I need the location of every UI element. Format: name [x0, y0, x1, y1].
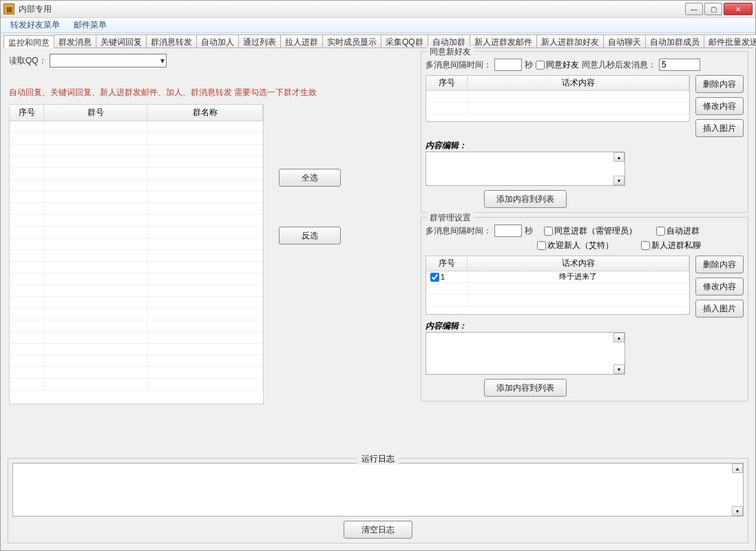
minimize-button[interactable]: —: [685, 3, 703, 15]
col-group-name: 群名称: [147, 105, 263, 121]
friend-modify-button[interactable]: 修改内容: [695, 97, 744, 115]
row-checkbox[interactable]: [430, 273, 439, 282]
log-area: 运行日志 ▴▾ 清空日志: [3, 457, 753, 548]
group-script-grid[interactable]: 序号 话术内容 1 终于进来了: [426, 256, 690, 315]
tab-auto-add[interactable]: 自动加人: [196, 34, 239, 48]
app-icon: ▦: [3, 3, 14, 14]
friend-edit-textarea-wrap: ▴▾: [426, 152, 625, 186]
tab-body: 读取QQ： ▾ 自动回复、关键词回复、新人进群发邮件、加人、群消息转发 需要勾选…: [3, 48, 753, 457]
log-textarea[interactable]: [13, 464, 732, 516]
friend-interval-row: 多消息间隔时间： 秒 同意好友 同意几秒后发消息：: [426, 59, 744, 71]
tab-mail-batch[interactable]: 邮件批量发送: [704, 34, 756, 48]
group-interval-input[interactable]: [494, 225, 522, 237]
right-pane: 同意新好友 多消息间隔时间： 秒 同意好友 同意几秒后发消息： 序号: [417, 48, 753, 457]
col-index: 序号: [10, 105, 44, 121]
friend-add-button[interactable]: 添加内容到列表: [484, 190, 567, 208]
col-group-id: 群号: [44, 105, 147, 121]
group-side-buttons: 删除内容 修改内容 插入图片: [695, 256, 744, 318]
tab-group-forward[interactable]: 群消息转发: [146, 34, 197, 48]
group-options-row: 多消息间隔时间： 秒 同意进群（需管理员） 自动进群: [426, 225, 744, 237]
row-index: 1: [441, 273, 445, 281]
friend-script-grid[interactable]: 序号 话术内容: [426, 75, 690, 122]
friend-grid-body[interactable]: [426, 91, 689, 121]
friend-side-buttons: 删除内容 修改内容 插入图片: [695, 75, 744, 137]
friend-edit-textarea[interactable]: [426, 152, 613, 185]
tab-keyword-reply[interactable]: 关键词回复: [96, 34, 147, 48]
group-grid-header: 序号 群号 群名称: [10, 105, 263, 121]
read-qq-input[interactable]: [50, 56, 159, 65]
menubar: 转发好友菜单 邮件菜单: [1, 18, 755, 33]
select-all-button[interactable]: 全选: [279, 169, 341, 187]
group-modify-button[interactable]: 修改内容: [695, 278, 744, 295]
tab-pass-list[interactable]: 通过列表: [238, 34, 281, 48]
group-delete-button[interactable]: 删除内容: [695, 256, 744, 273]
delay-send-input[interactable]: [659, 59, 700, 71]
group-col-content: 话术内容: [468, 256, 689, 271]
tab-auto-chat[interactable]: 自动聊天: [603, 34, 646, 48]
table-row[interactable]: 1 终于进来了: [426, 271, 689, 283]
tab-pull-group[interactable]: 拉人进群: [280, 34, 323, 48]
friend-col-index: 序号: [426, 76, 468, 90]
log-legend: 运行日志: [357, 453, 399, 465]
friend-col-content: 话术内容: [468, 76, 689, 90]
friend-interval-label: 多消息间隔时间：: [426, 59, 492, 71]
maximize-button[interactable]: ▢: [704, 3, 722, 15]
scrollbar[interactable]: ▴▾: [732, 464, 743, 516]
scrollbar[interactable]: ▴▾: [613, 152, 624, 185]
new-private-checkbox[interactable]: 新人进群私聊: [641, 240, 701, 251]
agree-join-checkbox[interactable]: 同意进群（需管理员）: [544, 225, 637, 237]
invert-select-button[interactable]: 反选: [279, 227, 341, 245]
agree-friend-checkbox[interactable]: 同意好友: [536, 59, 579, 71]
tab-new-mail[interactable]: 新人进群发邮件: [470, 34, 537, 48]
group-edit-textarea-wrap: ▴▾: [426, 332, 625, 375]
group-edit-textarea[interactable]: [426, 333, 613, 374]
clear-log-button[interactable]: 清空日志: [344, 521, 412, 539]
app-window: ▦ 内部专用 — ▢ ✕ 转发好友菜单 邮件菜单 监控和同意 群发消息 关键词回…: [0, 0, 756, 551]
read-qq-combo[interactable]: ▾: [50, 54, 167, 67]
group-add-button[interactable]: 添加内容到列表: [484, 379, 567, 397]
left-button-group: 全选 反选: [279, 169, 341, 245]
tab-group-send[interactable]: 群发消息: [54, 34, 96, 48]
chevron-down-icon[interactable]: ▾: [159, 56, 166, 65]
titlebar: ▦ 内部专用 — ▢ ✕: [1, 1, 755, 18]
tab-realtime-members[interactable]: 实时成员显示: [322, 34, 381, 48]
close-button[interactable]: ✕: [724, 3, 753, 15]
tab-new-add-friend[interactable]: 新人进群加好友: [536, 34, 604, 48]
read-qq-row: 读取QQ： ▾: [9, 54, 411, 67]
friend-grid-row: 序号 话术内容 删除内容 修改内容 插入图片: [426, 75, 744, 137]
group-grid[interactable]: 序号 群号 群名称: [9, 104, 264, 404]
tabs: 监控和同意 群发消息 关键词回复 群消息转发 自动加人 通过列表 拉人进群 实时…: [3, 34, 753, 48]
tab-monitor-agree[interactable]: 监控和同意: [3, 35, 54, 48]
row-content: 终于进来了: [468, 271, 689, 282]
welcome-new-checkbox[interactable]: 欢迎新人（艾特）: [537, 240, 613, 251]
tab-auto-add-members[interactable]: 自动加群成员: [645, 34, 704, 48]
agree-friend-fieldset: 同意新好友 多消息间隔时间： 秒 同意好友 同意几秒后发消息： 序号: [421, 51, 748, 213]
group-insert-image-button[interactable]: 插入图片: [695, 300, 744, 318]
group-interval-unit: 秒: [525, 225, 533, 237]
warning-text: 自动回复、关键词回复、新人进群发邮件、加人、群消息转发 需要勾选一下群才生效: [9, 87, 411, 98]
tab-collect-qq[interactable]: 采集QQ群: [381, 34, 428, 48]
auto-join-checkbox[interactable]: 自动进群: [656, 225, 700, 237]
content-area: 监控和同意 群发消息 关键词回复 群消息转发 自动加人 通过列表 拉人进群 实时…: [1, 33, 755, 550]
friend-edit-label: 内容编辑：: [426, 140, 744, 152]
group-interval-label: 多消息间隔时间：: [426, 225, 492, 237]
group-mgmt-fieldset: 群管理设置 多消息间隔时间： 秒 同意进群（需管理员） 自动进群 欢迎新人（艾特…: [421, 217, 748, 402]
group-col-index: 序号: [426, 256, 468, 271]
read-qq-label: 读取QQ：: [9, 55, 47, 67]
group-grid-body[interactable]: 1 终于进来了: [426, 271, 689, 314]
group-grid-row: 序号 话术内容 1 终于进来了: [426, 256, 744, 318]
friend-interval-unit: 秒: [525, 59, 533, 71]
friend-delete-button[interactable]: 删除内容: [695, 75, 744, 93]
friend-insert-image-button[interactable]: 插入图片: [695, 119, 744, 137]
group-edit-label: 内容编辑：: [426, 320, 744, 332]
log-box: ▴▾: [12, 463, 744, 517]
friend-interval-input[interactable]: [494, 59, 522, 71]
menu-mail[interactable]: 邮件菜单: [67, 18, 114, 32]
agree-friend-legend: 同意新好友: [427, 46, 474, 58]
delay-send-label: 同意几秒后发消息：: [582, 59, 656, 71]
group-grid-body[interactable]: [10, 121, 263, 404]
scrollbar[interactable]: ▴▾: [613, 333, 624, 374]
menu-forward-friends[interactable]: 转发好友菜单: [3, 18, 67, 32]
group-mgmt-legend: 群管理设置: [427, 212, 474, 224]
window-buttons: — ▢ ✕: [685, 3, 753, 15]
